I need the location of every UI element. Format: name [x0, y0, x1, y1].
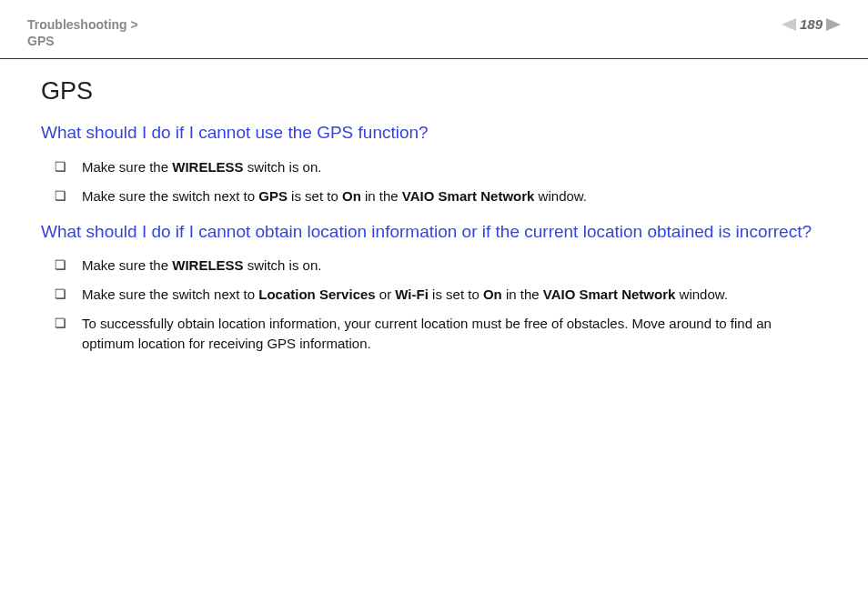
page-header: Troubleshooting > GPS 189: [0, 0, 868, 59]
bold-text: VAIO Smart Network: [402, 188, 535, 204]
list-item: To successfully obtain location informat…: [55, 314, 827, 354]
text-segment: window.: [675, 286, 728, 302]
text-segment: Make sure the switch next to: [82, 188, 258, 204]
breadcrumb: Troubleshooting > GPS: [27, 16, 138, 49]
next-page-icon[interactable]: [826, 18, 841, 31]
page-content: GPS What should I do if I cannot use the…: [0, 59, 868, 386]
text-segment: switch is on.: [244, 257, 322, 273]
bold-text: GPS: [258, 188, 288, 204]
list-item: Make sure the switch next to Location Se…: [55, 285, 827, 305]
section-heading-1: What should I do if I cannot use the GPS…: [41, 122, 827, 145]
bold-text: On: [342, 188, 361, 204]
text-segment: is set to: [288, 188, 342, 204]
prev-page-icon[interactable]: [782, 18, 796, 31]
page-number: 189: [800, 16, 823, 32]
page-navigation: 189: [782, 16, 841, 32]
text-segment: in the: [361, 188, 402, 204]
list-item: Make sure the WIRELESS switch is on.: [55, 157, 827, 177]
bold-text: WIRELESS: [172, 257, 243, 273]
bullet-list-2: Make sure the WIRELESS switch is on. Mak…: [41, 256, 827, 353]
bold-text: Location Services: [258, 286, 375, 302]
section-heading-2: What should I do if I cannot obtain loca…: [41, 221, 827, 244]
text-segment: To successfully obtain location informat…: [82, 316, 772, 351]
page-title: GPS: [41, 77, 827, 106]
text-segment: Make sure the switch next to: [82, 286, 258, 302]
text-segment: window.: [534, 188, 587, 204]
text-segment: switch is on.: [244, 159, 322, 175]
breadcrumb-parent[interactable]: Troubleshooting >: [27, 16, 138, 33]
list-item: Make sure the WIRELESS switch is on.: [55, 256, 827, 276]
bold-text: VAIO Smart Network: [543, 286, 676, 302]
text-segment: Make sure the: [82, 159, 172, 175]
bullet-list-1: Make sure the WIRELESS switch is on. Mak…: [41, 157, 827, 206]
breadcrumb-current[interactable]: GPS: [27, 33, 138, 49]
text-segment: in the: [502, 286, 543, 302]
text-segment: or: [376, 286, 396, 302]
bold-text: WIRELESS: [172, 159, 243, 175]
list-item: Make sure the switch next to GPS is set …: [55, 186, 827, 206]
bold-text: Wi-Fi: [395, 286, 429, 302]
bold-text: On: [483, 286, 502, 302]
text-segment: Make sure the: [82, 257, 172, 273]
text-segment: is set to: [429, 286, 483, 302]
